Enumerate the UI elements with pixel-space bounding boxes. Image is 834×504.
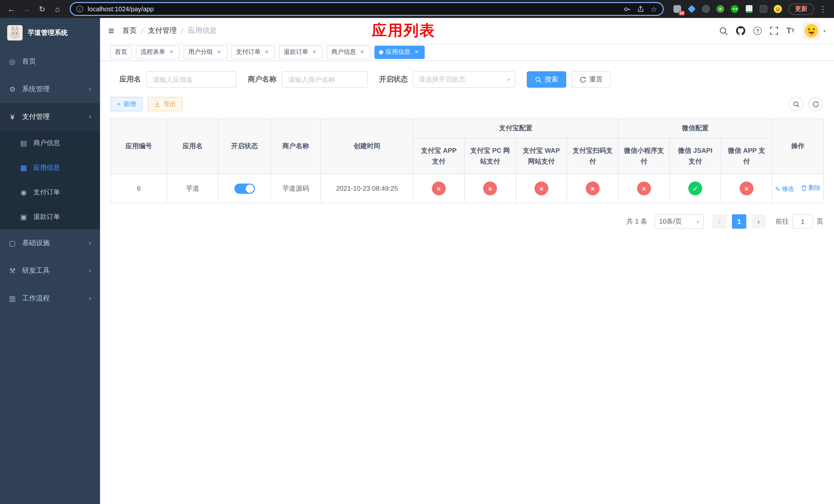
github-icon[interactable] [736,26,745,36]
group-header-wechat: 微信配置 [618,119,772,138]
tab-process-form[interactable]: 流程表单× [136,45,179,59]
alipay-pc-status-icon: × [483,182,497,196]
profile-avatar-icon[interactable] [773,5,782,13]
sidebar-item-infrastructure[interactable]: ▢ 基础设施 ∨ [0,229,100,257]
extension-dark-puzzle-icon[interactable] [759,5,768,13]
sidebar-item-workflow[interactable]: ▥ 工作流程 ∨ [0,284,100,312]
close-icon[interactable]: × [215,48,223,55]
sidebar-item-home[interactable]: ◎ 首页 [0,48,100,75]
browser-toolbar: ← → ↻ ⌂ i localhost:1024/pay/app ☆ 10 更新 [0,0,834,18]
app-name-input[interactable] [146,71,237,88]
help-icon[interactable]: ? [753,27,762,35]
sidebar-item-pay-orders[interactable]: ◉ 支付订单 [0,180,100,205]
group-header-alipay: 支付宝配置 [413,119,618,138]
extension-green-icon[interactable] [716,5,725,13]
extension-globe-icon[interactable] [702,5,710,13]
share-icon[interactable] [637,5,644,13]
password-key-icon[interactable] [624,5,631,13]
chevron-down-icon: ▾ [507,77,510,82]
tab-home[interactable]: 首页 [110,45,132,59]
extension-gem-icon[interactable] [687,5,696,13]
toggle-search-button[interactable] [789,97,803,111]
close-icon[interactable]: × [311,48,318,55]
forward-icon[interactable]: → [21,3,33,15]
tab-user-group[interactable]: 用户分组× [184,45,227,59]
status-label: 开启状态 [379,75,408,84]
payment-submenu: ▤ 商户信息 ▦ 应用信息 ◉ 支付订单 ▣ 退款订单 [0,131,100,229]
col-header-wx-lite: 微信小程序支付 [618,138,670,174]
status-toggle[interactable] [234,183,255,193]
back-icon[interactable]: ← [5,3,18,15]
refresh-table-button[interactable] [808,97,823,111]
address-bar[interactable]: i localhost:1024/pay/app ☆ [70,2,664,16]
fullscreen-icon[interactable] [770,27,778,35]
sidebar-item-merchant-info[interactable]: ▤ 商户信息 [0,131,100,155]
chevron-down-icon: ▾ [823,28,826,33]
app-table: 应用编号 应用名 开启状态 商户名称 创建时间 支付宝配置 微信配置 操作 支付… [110,118,824,203]
app-logo[interactable]: 芋道管理系统 [0,18,100,48]
col-header-alipay-qr: 支付宝扫码支付 [567,138,618,174]
total-count: 共 1 条 [627,217,647,226]
search-icon [535,76,542,83]
page: ← → ↻ ⌂ i localhost:1024/pay/app ☆ 10 更新 [0,0,834,504]
reset-button[interactable]: 重置 [571,71,611,88]
page-1-button[interactable]: 1 [732,214,746,229]
home-icon[interactable]: ⌂ [51,3,64,15]
close-icon[interactable]: × [263,48,270,55]
update-button[interactable]: 更新 [788,3,814,15]
navbar-actions: ? TT ▾ [719,22,826,40]
server-icon: ▢ [8,239,16,247]
close-icon[interactable]: × [358,48,366,55]
search-button[interactable]: 搜索 [527,71,566,88]
status-select[interactable]: 请选择开启状态 ▾ [413,71,515,88]
bookmark-star-icon[interactable]: ☆ [651,5,657,13]
col-header-name: 应用名 [167,119,218,174]
user-avatar[interactable]: ▾ [803,22,826,40]
page-title: 应用列表 [372,21,436,41]
tab-refund-orders[interactable]: 退款订单× [279,45,323,59]
tab-pay-orders[interactable]: 支付订单× [231,45,275,59]
cell-name: 芋道 [167,174,218,203]
col-header-wx-app: 微信 APP 支付 [721,138,772,174]
wx-app-status-icon: × [740,182,753,196]
edit-button[interactable]: ✎修改 [775,185,794,193]
reload-icon[interactable]: ↻ [36,3,48,15]
sidebar-item-app-info[interactable]: ▦ 应用信息 [0,155,100,180]
search-icon[interactable] [719,26,728,35]
sidebar-toggle-icon[interactable]: ≡ [108,25,114,37]
page-size-select[interactable]: 10条/页 ▾ [655,214,704,229]
download-icon [154,101,160,107]
breadcrumb-home[interactable]: 首页 [122,26,137,36]
merchant-name-input[interactable] [282,71,368,88]
col-header-created: 创建时间 [321,119,413,174]
prev-page-button[interactable]: ‹ [712,214,727,229]
col-header-alipay-wap: 支付宝 WAP 网站支付 [516,138,567,174]
tab-merchant-info[interactable]: 商户信息× [327,45,370,59]
add-button[interactable]: + 新增 [110,97,142,111]
sidebar-item-refund-orders[interactable]: ▣ 退款订单 [0,205,100,229]
sidebar-item-payment[interactable]: ¥ 支付管理 ∧ [0,103,100,131]
sidebar-item-system[interactable]: ⚙ 系统管理 ∨ [0,75,100,103]
sidebar-item-dev-tools[interactable]: ⚒ 研发工具 ∨ [0,257,100,284]
breadcrumb-payment[interactable]: 支付管理 [148,26,177,36]
app-title: 芋道管理系统 [28,28,68,38]
wx-lite-status-icon: × [637,182,651,196]
extension-wechat-icon[interactable] [730,5,739,13]
extensions-puzzle-icon[interactable]: 10 [673,5,682,13]
close-icon[interactable]: × [413,48,420,55]
close-icon[interactable]: × [168,48,175,55]
goto-page-input[interactable] [792,214,813,229]
font-size-icon[interactable]: TT [786,27,794,35]
tab-app-info[interactable]: 应用信息× [374,45,425,59]
yen-icon: ¥ [8,113,16,121]
next-page-button[interactable]: › [751,214,766,229]
extension-area: 10 [673,5,782,13]
export-button[interactable]: 导出 [148,97,182,111]
browser-menu-icon[interactable]: ⋮ [817,4,829,14]
site-info-icon[interactable]: i [76,6,83,12]
extension-badge: 10 [678,11,685,15]
search-icon [793,101,799,108]
extension-doc-icon[interactable] [745,5,753,13]
delete-button[interactable]: 删除 [801,184,821,192]
coin-icon: ◉ [20,188,28,197]
